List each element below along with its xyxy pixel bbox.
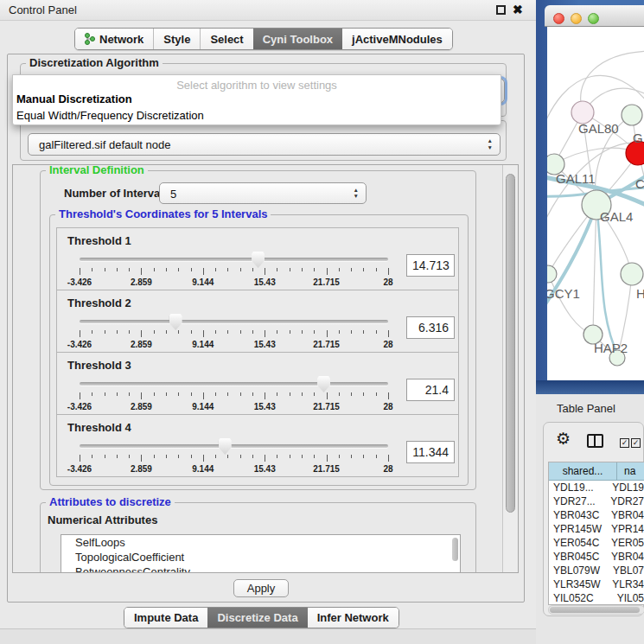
cell-name[interactable]: YER05 [605, 536, 644, 550]
node-label: HAP2 [594, 341, 628, 355]
table-row[interactable]: YER054CYER05 [549, 536, 644, 550]
tab-jactivemnodules[interactable]: jActiveMNodules [342, 29, 452, 49]
threshold-block-4: Threshold 4-3.4262.8599.14415.4321.71528… [56, 414, 459, 477]
threshold-value-field[interactable]: 11.344 [406, 441, 455, 463]
cell-name[interactable]: YDL19 [606, 481, 644, 494]
network-window-titlebar[interactable] [545, 5, 644, 27]
discretization-algorithm-label: Discretization Algorithm [26, 57, 163, 69]
cell-shared-name[interactable]: YLR345W [549, 577, 606, 591]
tab-impute-data[interactable]: Impute Data [124, 608, 207, 628]
numerical-attributes-list[interactable]: SelfLoopsTopologicalCoefficientBetweenne… [61, 534, 461, 573]
cell-name[interactable]: YBR04 [605, 508, 644, 522]
tab-infer-network[interactable]: Infer Network [308, 608, 399, 628]
attribute-item[interactable]: SelfLoops [61, 535, 460, 550]
combo-arrows-icon: ▲▼ [354, 188, 359, 200]
table-row[interactable]: YIL052CYIL05 [549, 591, 644, 605]
cell-name[interactable]: YBR04 [605, 550, 644, 564]
cell-shared-name[interactable]: YPR145W [549, 522, 605, 536]
algorithm-prompt: Select algorithm to view settings [13, 75, 501, 91]
node-table: shared... na YDL19...YDL19YDR27...YDR27Y… [548, 462, 644, 605]
checkbox-icon[interactable]: ✓ [631, 438, 641, 448]
slider-handle[interactable] [219, 438, 232, 455]
cell-name[interactable]: YIL05 [611, 591, 644, 605]
float-window-icon[interactable] [496, 5, 506, 15]
scrollbar-track[interactable] [502, 165, 519, 572]
threshold-slider[interactable]: -3.4262.8599.14415.4321.71528 [80, 251, 388, 289]
cell-name[interactable]: YDR27 [604, 494, 644, 508]
threshold-block-1: Threshold 1-3.4262.8599.14415.4321.71528… [56, 227, 459, 290]
number-of-intervals-value: 5 [170, 187, 176, 200]
slider-track[interactable] [80, 320, 388, 323]
table-row[interactable]: YLR345WYLR34 [549, 577, 644, 591]
threshold-value-field[interactable]: 21.4 [406, 379, 455, 401]
threshold-label: Threshold 3 [67, 359, 131, 372]
slider-track[interactable] [80, 382, 388, 386]
tab-discretize-data[interactable]: Discretize Data [207, 608, 307, 628]
screen: Control Panel ✖ NetworkStyleSelectCyni T… [0, 0, 644, 644]
algorithm-dropdown-popup: Select algorithm to view settings Manual… [12, 74, 501, 125]
slider-handle[interactable] [252, 252, 265, 268]
threshold-slider[interactable]: -3.4262.8599.14415.4321.71528 [80, 313, 388, 351]
column-split-icon[interactable] [587, 434, 603, 448]
threshold-value-field[interactable]: 14.713 [406, 254, 455, 277]
gear-icon[interactable]: ⚙ [556, 429, 571, 448]
column-header-shared-name[interactable]: shared... [549, 462, 617, 480]
threshold-slider[interactable]: -3.4262.8599.14415.4321.71528 [80, 437, 388, 475]
network-node[interactable] [622, 105, 642, 125]
cell-shared-name[interactable]: YIL052C [549, 591, 611, 605]
tab-label: Select [210, 29, 243, 50]
table-row[interactable]: YBL079WYBL07 [549, 564, 644, 577]
settings-scroll-panel: Interval Definition Number of Intervals … [12, 164, 519, 573]
scrollbar-thumb[interactable] [506, 174, 515, 513]
cell-shared-name[interactable]: YDR27... [549, 494, 604, 508]
network-node[interactable] [621, 263, 643, 285]
slider-handle[interactable] [169, 314, 182, 330]
slider-track[interactable] [80, 258, 388, 261]
cell-shared-name[interactable]: YER054C [549, 536, 605, 550]
tab-style[interactable]: Style [153, 29, 200, 49]
network-node[interactable] [547, 265, 557, 283]
apply-button[interactable]: Apply [233, 579, 289, 597]
tab-select[interactable]: Select [200, 29, 252, 49]
threshold-value-field[interactable]: 6.316 [406, 316, 455, 339]
table-row[interactable]: YDL19...YDL19 [549, 481, 644, 494]
cell-shared-name[interactable]: YBR043C [549, 508, 605, 522]
tab-cyni-toolbox[interactable]: Cyni Toolbox [253, 29, 342, 49]
number-of-intervals-combobox[interactable]: 5 ▲▼ [159, 182, 367, 204]
table-row[interactable]: YBR043CYBR04 [549, 508, 644, 522]
minimize-traffic-light-icon[interactable] [571, 13, 582, 24]
table-row[interactable]: YDR27...YDR27 [549, 494, 644, 508]
column-header-name[interactable]: na [617, 462, 644, 480]
algorithm-option-manual[interactable]: Manual Discretization [13, 91, 501, 107]
tab-network[interactable]: Network [75, 29, 153, 49]
close-traffic-light-icon[interactable] [553, 13, 564, 24]
cell-name[interactable]: YBL07 [607, 564, 644, 577]
cell-shared-name[interactable]: YDL19... [549, 481, 606, 494]
table-hscrollbar-track[interactable] [548, 605, 644, 615]
thresholds-group-label: Threshold's Coordinates for 5 Intervals [55, 208, 271, 220]
attributes-group: Attributes to discretize Numerical Attri… [40, 502, 476, 573]
table-data-group: Table Data galFiltered.sif default node … [20, 120, 507, 161]
slider-handle[interactable] [317, 376, 330, 392]
table-hscrollbar-thumb[interactable] [550, 607, 640, 613]
network-canvas[interactable]: GAL80GGAL11CGAL4GCY1HHAP2 [547, 27, 644, 380]
node-label: G [633, 131, 643, 145]
close-icon[interactable]: ✖ [513, 3, 523, 16]
node-label: C [635, 176, 644, 191]
threshold-slider[interactable]: -3.4262.8599.14415.4321.71528 [80, 375, 388, 413]
slider-track[interactable] [80, 444, 388, 448]
cell-name[interactable]: YLR34 [606, 577, 644, 591]
checkbox-icon[interactable]: ✓ [620, 438, 629, 448]
zoom-traffic-light-icon[interactable] [588, 13, 599, 24]
table-row[interactable]: YPR145WYPR14 [549, 522, 644, 536]
attribute-item[interactable]: BetweennessCentrality [61, 564, 460, 573]
cell-shared-name[interactable]: YBL079W [549, 564, 607, 577]
table-data-combobox[interactable]: galFiltered.sif default node ▲▼ [28, 133, 501, 156]
list-scrollbar-thumb[interactable] [452, 538, 458, 561]
cell-shared-name[interactable]: YBR045C [549, 550, 605, 564]
attribute-item[interactable]: TopologicalCoefficient [61, 550, 460, 564]
algorithm-option-equal-width[interactable]: Equal Width/Frequency Discretization [13, 107, 501, 124]
cell-name[interactable]: YPR14 [605, 522, 644, 536]
table-row[interactable]: YBR045CYBR04 [549, 550, 644, 564]
table-data-value: galFiltered.sif default node [39, 138, 170, 151]
